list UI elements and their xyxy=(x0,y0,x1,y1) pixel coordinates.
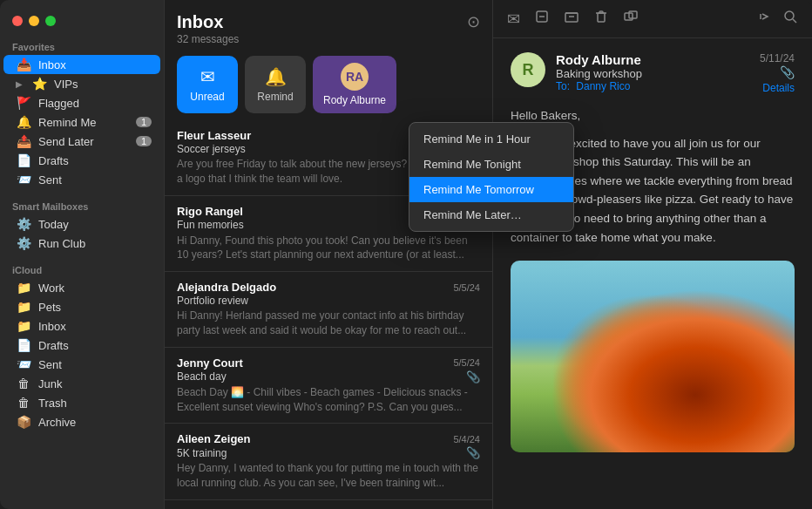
msg-preview: Beach Day 🌅 - Chill vibes - Beach games … xyxy=(177,385,480,415)
sidebar-item-archive[interactable]: 📦 Archive xyxy=(3,412,160,431)
sidebar-item-today[interactable]: ⚙️ Today xyxy=(3,214,160,234)
inbox-count: 32 messages xyxy=(177,33,239,45)
sidebar-item-label: Archive xyxy=(38,416,152,429)
sidebar-item-label: Work xyxy=(38,282,152,295)
svg-point-9 xyxy=(785,11,794,20)
sent-icon: 📨 xyxy=(16,173,31,187)
email-to-name: Danny Rico xyxy=(576,80,630,92)
sidebar-item-label: Remind Me xyxy=(38,116,129,129)
delete-toolbar-icon[interactable] xyxy=(593,9,609,29)
msg-preview: Hey Danny, I wanted to thank you for put… xyxy=(177,461,480,491)
star-icon: ⭐ xyxy=(31,77,47,91)
toolbar-left: ✉ xyxy=(507,9,639,29)
detail-toolbar: ✉ xyxy=(493,0,812,38)
email-details-link[interactable]: Details xyxy=(760,82,795,94)
msg-date: 5/4/24 xyxy=(453,434,480,445)
sidebar-item-label: Drafts xyxy=(38,154,152,167)
gear-icon: ⚙️ xyxy=(16,217,31,231)
sidebar-item-junk[interactable]: 🗑 Junk xyxy=(3,374,160,393)
email-to-label: To: xyxy=(556,80,570,92)
message-list-panel: Inbox 32 messages ⊙ ✉ Unread 🔔 Remind RA… xyxy=(164,0,493,509)
sidebar-item-label: Pets xyxy=(38,301,152,314)
msg-subject-text: Fun memories xyxy=(177,219,244,231)
email-sender-name: Rody Alburne xyxy=(556,52,749,67)
sidebar-item-pets[interactable]: 📁 Pets xyxy=(3,297,160,316)
traffic-lights xyxy=(0,9,164,37)
msg-date: 5/5/24 xyxy=(453,282,480,293)
dropdown-item-remind-tomorrow[interactable]: Remind Me Tomorrow xyxy=(409,177,573,202)
message-list-header: Inbox 32 messages ⊙ xyxy=(165,0,492,51)
sidebar-item-sent[interactable]: 📨 Sent xyxy=(3,170,160,189)
send-later-icon: 📤 xyxy=(16,134,31,148)
message-item-aileen[interactable]: Aileen Zeigen 5/4/24 5K training 📎 Hey D… xyxy=(165,424,492,500)
move-toolbar-icon[interactable] xyxy=(623,9,639,29)
sidebar-item-label: Sent xyxy=(38,358,152,371)
sidebar-item-icloud-drafts[interactable]: 📄 Drafts xyxy=(3,336,160,355)
sidebar-item-remind-me[interactable]: 🔔 Remind Me 1 xyxy=(3,112,160,132)
sidebar-item-label: VIPs xyxy=(54,78,152,91)
msg-sender: Alejandra Delgado xyxy=(177,281,276,294)
filter-unread-button[interactable]: ✉ Unread xyxy=(177,56,238,113)
sidebar-item-vips[interactable]: ▶ ⭐ VIPs xyxy=(3,74,160,93)
bell-icon: 🔔 xyxy=(16,115,31,129)
mail-icon: ✉ xyxy=(200,66,215,87)
sidebar-item-label: Drafts xyxy=(38,339,152,352)
dropdown-item-remind-1h[interactable]: Remind Me in 1 Hour xyxy=(409,126,573,152)
inbox-icon: 📥 xyxy=(16,58,31,71)
email-to: To: Danny Rico xyxy=(556,80,749,92)
compose-icon[interactable]: ✉ xyxy=(507,10,520,29)
junk-icon: 🗑 xyxy=(16,377,31,390)
filter-rody-button[interactable]: RA Rody Alburne xyxy=(313,56,396,113)
msg-sender: Fleur Lasseur xyxy=(177,129,251,142)
more-icon[interactable] xyxy=(756,9,772,29)
filter-unread-label: Unread xyxy=(190,91,224,103)
msg-preview: Hi Danny! Herland passed me your contact… xyxy=(177,309,480,338)
sidebar-item-inbox[interactable]: 📥 Inbox xyxy=(3,55,160,74)
minimize-button[interactable] xyxy=(29,16,39,26)
sidebar-item-label: Inbox xyxy=(38,58,152,71)
filter-icon[interactable]: ⊙ xyxy=(467,12,480,31)
filter-remind-button[interactable]: 🔔 Remind xyxy=(245,56,306,113)
svg-rect-2 xyxy=(565,13,578,22)
archive-toolbar-icon[interactable] xyxy=(564,9,579,29)
sidebar-item-label: Trash xyxy=(38,397,152,410)
sidebar-item-flagged[interactable]: 🚩 Flagged xyxy=(3,93,160,112)
sidebar-item-label: Today xyxy=(38,218,152,231)
toolbar-right xyxy=(756,9,798,29)
attachment-icon: 📎 xyxy=(466,370,480,383)
sidebar-item-send-later[interactable]: 📤 Send Later 1 xyxy=(3,132,160,151)
msg-subject-text: Beach day xyxy=(177,370,227,383)
filter-remind-label: Remind xyxy=(257,91,293,103)
sidebar-item-trash[interactable]: 🗑 Trash xyxy=(3,393,160,412)
sidebar-item-icloud-inbox[interactable]: 📁 Inbox xyxy=(3,316,160,336)
email-header: R Rody Alburne Baking workshop To: Danny… xyxy=(511,52,795,94)
detail-content: R Rody Alburne Baking workshop To: Danny… xyxy=(493,38,812,509)
sidebar-item-label: Send Later xyxy=(38,135,129,148)
message-item-alejandra[interactable]: Alejandra Delgado 5/5/24 Portfolio revie… xyxy=(165,272,492,348)
sidebar-item-icloud-sent[interactable]: 📨 Sent xyxy=(3,355,160,374)
email-image-attachment xyxy=(511,261,795,452)
search-icon[interactable] xyxy=(782,9,798,29)
sidebar-item-label: Sent xyxy=(38,173,152,187)
smart-mailboxes-label: Smart Mailboxes xyxy=(0,196,164,214)
folder-icon: 📁 xyxy=(16,281,31,295)
filter-rody-label: Rody Alburne xyxy=(323,94,386,106)
edit-icon[interactable] xyxy=(534,9,550,29)
maximize-button[interactable] xyxy=(45,16,56,26)
close-button[interactable] xyxy=(12,16,23,26)
sidebar-item-work[interactable]: 📁 Work xyxy=(3,278,160,297)
sidebar-item-run-club[interactable]: ⚙️ Run Club xyxy=(3,234,160,253)
sidebar-item-label: Flagged xyxy=(38,97,152,110)
dropdown-item-remind-later[interactable]: Remind Me Later… xyxy=(409,202,573,227)
message-item-trev[interactable]: Trev Smith 5/3/24 Illustration reference… xyxy=(165,500,492,509)
sidebar-item-drafts[interactable]: 📄 Drafts xyxy=(3,151,160,170)
pizza-image xyxy=(511,261,795,452)
message-item-jenny[interactable]: Jenny Court 5/5/24 Beach day 📎 Beach Day… xyxy=(165,348,492,424)
archive-icon: 📦 xyxy=(16,415,31,429)
email-date: 5/11/24 xyxy=(760,52,795,64)
icloud-label: iCloud xyxy=(0,260,164,278)
gear-icon: ⚙️ xyxy=(16,236,31,250)
email-date-area: 5/11/24 📎 Details xyxy=(760,52,795,94)
dropdown-item-remind-tonight[interactable]: Remind Me Tonight xyxy=(409,152,573,177)
folder-icon: 📁 xyxy=(16,300,31,314)
